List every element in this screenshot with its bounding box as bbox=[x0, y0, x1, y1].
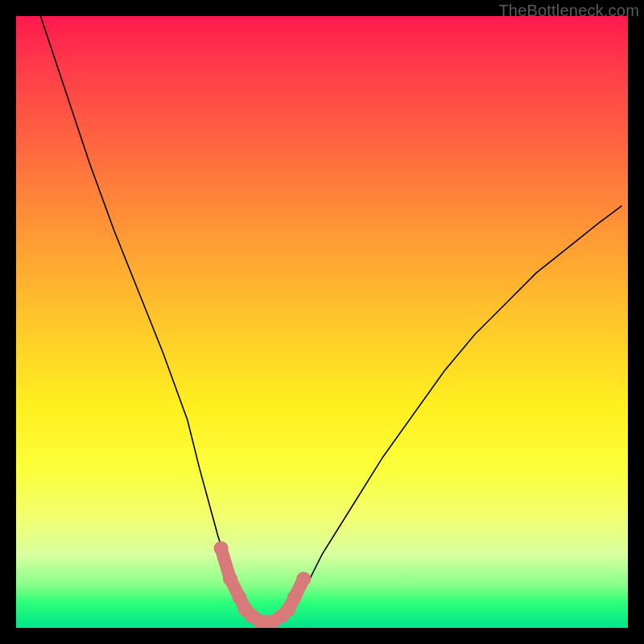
bottom-marker-dots bbox=[214, 541, 312, 628]
bottom-marker-dot bbox=[214, 541, 229, 555]
bottleneck-curve-line bbox=[40, 16, 621, 621]
watermark-text: TheBottleneck.com bbox=[498, 2, 639, 20]
bottom-marker-dot bbox=[296, 572, 311, 586]
bottom-marker-dot bbox=[287, 590, 302, 605]
chart-plot-area bbox=[16, 16, 628, 628]
bottom-marker-dot bbox=[223, 572, 237, 586]
chart-svg bbox=[16, 16, 628, 628]
